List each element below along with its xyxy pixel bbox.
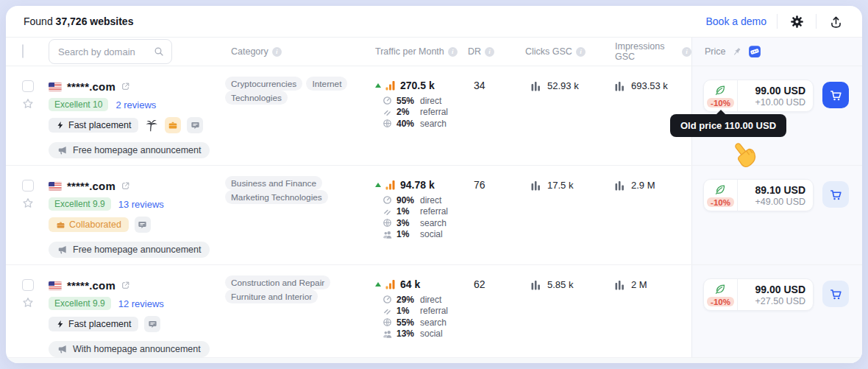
reviews-link[interactable]: 12 reviews	[118, 298, 164, 309]
breakdown-label: direct	[420, 96, 441, 106]
info-icon[interactable]	[682, 47, 691, 57]
upload-icon	[829, 15, 843, 29]
search-icon	[153, 46, 165, 60]
external-link-icon[interactable]	[121, 181, 130, 191]
breakdown-pct: 1%	[392, 229, 420, 239]
globe-icon	[383, 119, 392, 128]
table-row: *****.com Excellent 9.9 13 reviews Colla…	[6, 166, 862, 265]
table-row: *****.com Excellent 9.9 12 reviews Fast …	[6, 265, 862, 357]
price-card: -10% 99.00 USD +10.00 USD	[703, 80, 814, 112]
comment-icon[interactable]	[144, 316, 160, 332]
dr-value: 34	[468, 66, 521, 165]
next-row-strip	[6, 357, 862, 363]
favorite-star-icon[interactable]	[21, 97, 35, 113]
book-demo-link[interactable]: Book a demo	[706, 15, 767, 27]
triangle-up-icon	[375, 282, 381, 287]
domain-name[interactable]: *****.com	[67, 279, 115, 292]
breakdown-pct: 55%	[392, 317, 420, 328]
website-cell: *****.com Excellent 10 2 reviews Fast pl…	[49, 66, 225, 165]
gauge-icon	[383, 195, 392, 205]
price-value: 99.00 USD	[755, 85, 805, 96]
announcement-badge: Free homepage announcement	[49, 142, 210, 158]
breakdown-label: search	[420, 119, 447, 129]
price-card: -10% 99.00 USD +27.50 USD	[703, 278, 814, 311]
row-checkbox[interactable]	[22, 279, 34, 291]
price-extra: +10.00 USD	[755, 97, 805, 108]
column-traffic: Traffic per Month	[375, 46, 444, 57]
select-all-checkbox[interactable]	[22, 44, 24, 58]
info-icon[interactable]	[576, 47, 586, 57]
megaphone-icon	[57, 145, 68, 155]
settings-button[interactable]	[788, 13, 805, 30]
clicks-cell: 5.85 k	[521, 265, 615, 357]
rating-badge: Excellent 10	[49, 98, 108, 111]
row-checkbox[interactable]	[22, 80, 34, 92]
website-cell: *****.com Excellent 9.9 12 reviews Fast …	[49, 265, 225, 357]
add-to-cart-button[interactable]	[822, 281, 849, 307]
row-checkbox[interactable]	[22, 180, 34, 191]
clicks-value: 5.85 k	[547, 279, 573, 290]
price-card: -10% 89.10 USD +49.00 USD	[703, 179, 814, 211]
cart-icon	[829, 287, 843, 301]
link-icon	[383, 207, 392, 217]
traffic-bars-icon	[385, 80, 396, 91]
coupon-icon[interactable]	[748, 45, 761, 58]
cart-icon	[829, 188, 843, 202]
pushpin-icon[interactable]	[731, 46, 742, 57]
announcement-badge: Free homepage announcement	[49, 242, 210, 258]
add-to-cart-button[interactable]	[822, 82, 849, 108]
info-icon[interactable]	[448, 47, 458, 57]
domain-name[interactable]: *****.com	[67, 80, 115, 93]
category-pill: Furniture and Interior	[225, 289, 318, 303]
announcement-badge: With homepage announcement	[49, 341, 210, 357]
discount-badge[interactable]: -10%	[707, 98, 734, 108]
palm-tree-icon[interactable]	[144, 118, 159, 133]
category-cell: Construction and Repair Furniture and In…	[225, 265, 375, 357]
external-link-icon[interactable]	[121, 82, 130, 91]
impressions-cell: 2.9 M	[615, 166, 691, 264]
info-icon[interactable]	[272, 47, 282, 57]
bar-chart-icon	[615, 81, 625, 91]
discount-badge[interactable]: -10%	[707, 297, 734, 306]
bar-chart-icon	[531, 180, 541, 191]
toolbar: Found 37,726 websites Book a demo	[6, 6, 862, 37]
briefcase-icon	[56, 220, 65, 230]
column-dr: DR	[468, 46, 481, 57]
breakdown-pct: 3%	[392, 218, 420, 228]
reviews-link[interactable]: 13 reviews	[118, 199, 164, 210]
favorite-star-icon[interactable]	[21, 197, 35, 213]
lightning-icon	[56, 320, 65, 328]
clicks-value: 52.93 k	[547, 80, 579, 91]
discount-badge[interactable]: -10%	[707, 197, 734, 207]
found-count: Found 37,726 websites	[24, 15, 133, 27]
traffic-bars-icon	[385, 279, 396, 289]
breakdown-label: search	[420, 218, 447, 228]
briefcase-icon[interactable]	[165, 117, 181, 133]
megaphone-icon	[57, 344, 68, 354]
price-extra: +49.00 USD	[755, 197, 805, 207]
reviews-link[interactable]: 2 reviews	[115, 99, 156, 110]
breakdown-pct: 29%	[392, 295, 420, 305]
domain-name[interactable]: *****.com	[67, 180, 115, 192]
export-button[interactable]	[827, 13, 844, 30]
gauge-icon	[383, 96, 392, 105]
us-flag-icon	[49, 182, 62, 191]
clicks-value: 17.5 k	[547, 180, 573, 191]
breakdown-label: referral	[420, 306, 448, 316]
triangle-up-icon	[375, 183, 381, 187]
pointing-hand-icon	[729, 139, 763, 176]
leaf-icon	[714, 84, 727, 96]
category-pill: Construction and Repair	[225, 275, 330, 289]
breakdown-pct: 1%	[392, 306, 420, 316]
favorite-star-icon[interactable]	[21, 296, 35, 312]
divider	[777, 14, 778, 29]
external-link-icon[interactable]	[121, 281, 130, 290]
gauge-icon	[383, 295, 392, 304]
comment-icon[interactable]	[187, 117, 203, 133]
info-icon[interactable]	[485, 47, 494, 57]
bar-chart-icon	[531, 81, 541, 91]
comment-icon[interactable]	[135, 217, 151, 233]
divider	[816, 14, 817, 29]
website-cell: *****.com Excellent 9.9 13 reviews Colla…	[49, 166, 225, 264]
add-to-cart-button[interactable]	[822, 181, 849, 208]
